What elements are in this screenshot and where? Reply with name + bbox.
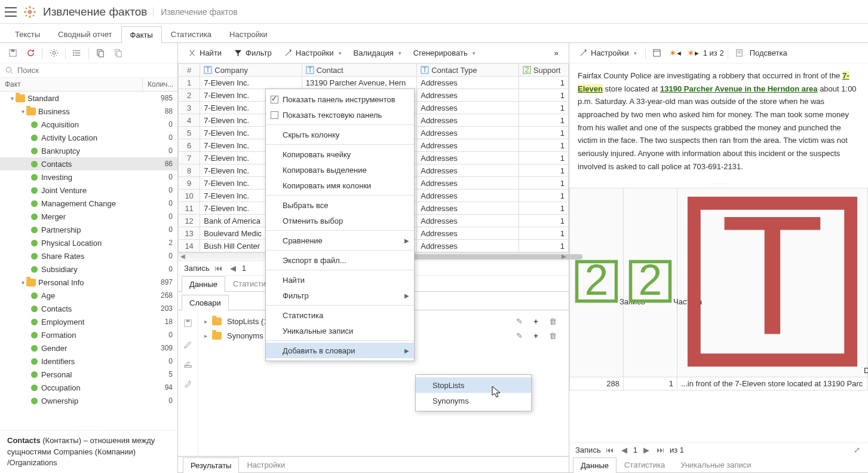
tree-folder[interactable]: ▾Standard985 xyxy=(0,91,177,105)
validation-dropdown[interactable]: Валидация xyxy=(349,47,406,59)
tree-leaf[interactable]: Physical Location2 xyxy=(0,236,177,249)
grid-col-header[interactable]: 2Support xyxy=(519,64,568,77)
window-icon[interactable] xyxy=(649,45,665,61)
tree-leaf[interactable]: Management Change0 xyxy=(0,197,177,210)
tree-leaf[interactable]: Subsidiary0 xyxy=(0,263,177,276)
tree-leaf[interactable]: Bankruptcy0 xyxy=(0,144,177,157)
tab-dictionaries[interactable]: Словари xyxy=(182,295,229,310)
add-icon[interactable]: + xyxy=(529,329,542,342)
right-settings-dropdown[interactable]: Настройки xyxy=(574,47,642,59)
rgrid-col[interactable]: 2Частота xyxy=(624,188,677,377)
menu-hide-column[interactable]: Скрыть колонку xyxy=(266,127,414,142)
nav-first-icon[interactable]: ⏮ xyxy=(213,264,224,273)
list-icon[interactable] xyxy=(69,45,85,61)
context-menu[interactable]: Показать панель инструментов Показать те… xyxy=(265,89,415,361)
menu-select-all[interactable]: Выбрать все xyxy=(266,197,414,213)
generate-dropdown[interactable]: Сгенерировать xyxy=(409,47,480,59)
fact-tree[interactable]: ▾Standard985▾Business88Acquisition0Activ… xyxy=(0,91,177,422)
tree-leaf[interactable]: Age268 xyxy=(0,289,177,302)
tab-Статистика[interactable]: Статистика xyxy=(162,26,220,42)
grid-col-header[interactable]: TCompany xyxy=(200,64,302,77)
tab-Сводный отчет[interactable]: Сводный отчет xyxy=(49,26,121,42)
tree-leaf[interactable]: Share Rates0 xyxy=(0,249,177,263)
tree-leaf[interactable]: Employment18 xyxy=(0,315,177,328)
rtab-Уникальные записи[interactable]: Уникальные записи xyxy=(673,457,759,472)
tree-leaf[interactable]: Joint Venture0 xyxy=(0,184,177,197)
menu-find[interactable]: Найти xyxy=(266,272,414,288)
menu-unique[interactable]: Уникальные записи xyxy=(266,323,414,338)
menu-stats[interactable]: Статистика xyxy=(266,307,414,323)
filter-button[interactable]: Фильтр xyxy=(229,47,277,59)
menu-copy-cell[interactable]: Копировать ячейку xyxy=(266,147,414,162)
highlight-label[interactable]: Подсветка xyxy=(750,48,787,57)
menu-copy-colname[interactable]: Копировать имя колонки xyxy=(266,178,414,193)
find-button[interactable]: Найти xyxy=(183,47,226,59)
tree-leaf[interactable]: Acquisition0 xyxy=(0,118,177,131)
tree-leaf[interactable]: Ownership0 xyxy=(0,394,177,407)
nav-last-icon[interactable]: ⏭ xyxy=(655,445,666,454)
tree-leaf[interactable]: Occupation94 xyxy=(0,381,177,394)
tree-leaf[interactable]: Investing0 xyxy=(0,170,177,184)
rgrid-col[interactable]: TDescription xyxy=(677,188,868,377)
tab-Настройки[interactable]: Настройки xyxy=(220,26,277,42)
copy-icon[interactable] xyxy=(93,45,108,61)
tree-leaf[interactable]: Activity Location0 xyxy=(0,131,177,144)
rtab-Данные[interactable]: Данные xyxy=(573,457,617,473)
add-icon[interactable]: + xyxy=(529,315,542,328)
dict-save-icon[interactable] xyxy=(180,315,196,331)
doc-icon[interactable] xyxy=(732,45,747,61)
menu-add-dict[interactable]: Добавить в словари▶ xyxy=(266,343,414,358)
dict-edit2-icon[interactable] xyxy=(180,356,196,371)
settings-dropdown[interactable]: Настройки xyxy=(279,47,346,59)
subtab-Данные[interactable]: Данные xyxy=(182,276,225,292)
tree-leaf[interactable]: Personal5 xyxy=(0,368,177,381)
tree-leaf[interactable]: Formation0 xyxy=(0,328,177,341)
grid-col-header[interactable]: TContact Type xyxy=(417,64,519,77)
refresh-icon[interactable] xyxy=(23,45,38,61)
tree-leaf[interactable]: Contacts86 xyxy=(0,157,177,170)
btab-Результаты[interactable]: Результаты xyxy=(183,457,239,473)
tree-leaf[interactable]: Partnership0 xyxy=(0,223,177,236)
context-submenu[interactable]: StopLists Synonyms xyxy=(415,374,532,411)
nav-prev-icon[interactable]: ◀ xyxy=(619,445,630,454)
expand-icon[interactable]: ⤢ xyxy=(851,445,862,454)
grid-col-header[interactable]: # xyxy=(179,64,200,77)
menu-compare[interactable]: Сравнение▶ xyxy=(266,233,414,248)
rgrid-col[interactable]: 2Запись xyxy=(570,188,624,377)
tree-leaf[interactable]: Merger0 xyxy=(0,210,177,223)
menu-show-toolbar[interactable]: Показать панель инструментов xyxy=(266,91,414,107)
star-prev-icon[interactable]: ✶◀ xyxy=(667,45,683,61)
delete-icon[interactable]: 🗑 xyxy=(546,329,559,342)
right-grid[interactable]: 2Запись2ЧастотаTDescription 2881...in fr… xyxy=(569,188,868,390)
grid-col-header[interactable]: TContact xyxy=(302,64,416,77)
rtab-Статистика[interactable]: Статистика xyxy=(617,457,673,472)
gear-icon[interactable] xyxy=(46,45,62,61)
hamburger-menu[interactable] xyxy=(5,7,17,17)
search-input[interactable] xyxy=(17,66,173,75)
overflow-icon[interactable]: » xyxy=(548,45,564,61)
col-count-header[interactable]: Колич... xyxy=(143,78,177,91)
edit-icon[interactable]: ✎ xyxy=(513,329,526,342)
tree-leaf[interactable]: Gender309 xyxy=(0,341,177,355)
delete-icon[interactable]: 🗑 xyxy=(546,315,559,328)
submenu-stoplists[interactable]: StopLists xyxy=(416,377,531,393)
tree-leaf[interactable]: Contacts203 xyxy=(0,302,177,315)
tab-Факты[interactable]: Факты xyxy=(121,26,162,43)
tree-folder[interactable]: ▾Personal Info897 xyxy=(0,276,177,289)
save-icon[interactable] xyxy=(5,45,20,61)
dict-edit-icon[interactable] xyxy=(180,335,196,351)
star-next-icon[interactable]: ✶▶ xyxy=(685,45,701,61)
tree-leaf[interactable]: Identifiers0 xyxy=(0,355,177,368)
nav-first-icon[interactable]: ⏮ xyxy=(605,445,615,454)
tree-folder[interactable]: ▾Business88 xyxy=(0,105,177,118)
nav-next-icon[interactable]: ▶ xyxy=(641,445,652,454)
edit-icon[interactable]: ✎ xyxy=(513,315,526,328)
dict-wrench-icon[interactable] xyxy=(180,376,196,392)
col-fact-header[interactable]: Факт xyxy=(0,78,143,91)
tab-Тексты[interactable]: Тексты xyxy=(6,26,49,42)
submenu-synonyms[interactable]: Synonyms xyxy=(416,393,531,408)
btab-Настройки[interactable]: Настройки xyxy=(239,457,293,472)
table-row[interactable]: 17-Eleven Inc.13190 Parcher Avenue, Hern… xyxy=(179,77,569,89)
nav-prev-icon[interactable]: ◀ xyxy=(228,264,238,273)
menu-show-text-panel[interactable]: Показать текстовую панель xyxy=(266,107,414,123)
